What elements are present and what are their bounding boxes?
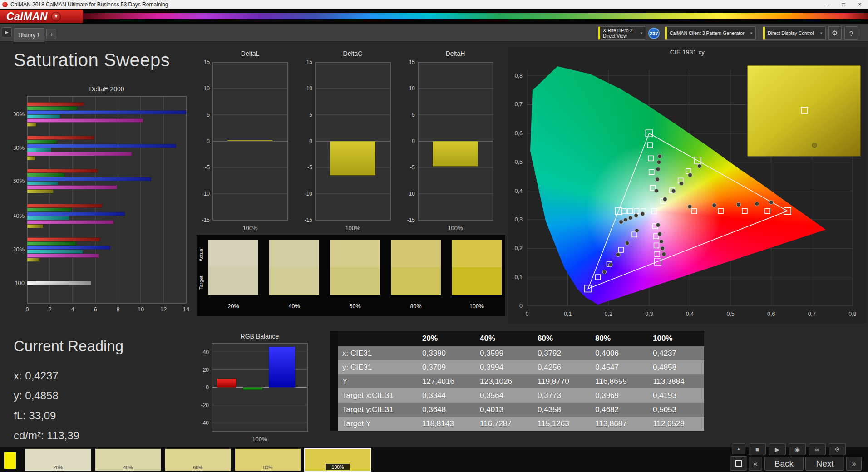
svg-text:100%: 100% <box>448 225 463 231</box>
table-cell: 0,3994 <box>473 360 531 374</box>
table-header-cell: 100% <box>646 331 704 346</box>
stop-button[interactable]: ■ <box>749 443 766 455</box>
deltae2000-chart: DeltaE 200002468101214100%80%60%40%20%10… <box>14 84 191 320</box>
add-tab-button[interactable]: + <box>46 29 56 39</box>
patch-button-40%[interactable]: 40% <box>95 448 161 471</box>
help-icon: ? <box>849 30 853 37</box>
cie-points-overlay <box>508 47 866 324</box>
swatch-column-label: 80% <box>391 303 441 310</box>
next-arrow-button[interactable]: » <box>846 457 862 471</box>
svg-text:10: 10 <box>138 306 144 313</box>
logo-menu-caret-icon[interactable]: ▼ <box>51 12 61 21</box>
svg-text:0: 0 <box>309 138 312 144</box>
gear-icon: ⚙ <box>832 29 838 37</box>
svg-text:100%: 100% <box>345 225 360 231</box>
back-arrow-button[interactable]: « <box>749 457 762 471</box>
meter-name: X-Rite i1Pro 2 <box>603 28 632 33</box>
pattern-generator-dropdown[interactable]: CalMAN Client 3 Pattern Generator ▼ <box>665 26 756 40</box>
table-cell: 112,6529 <box>646 417 704 431</box>
swatch-column-label: 20% <box>208 303 258 310</box>
cie-panel: CIE 1931 xy000,10,10,20,20,30,30,40,40,5… <box>508 47 866 324</box>
table-cell: 0,3709 <box>416 360 473 374</box>
swatch-column-60%: 60% <box>330 240 380 310</box>
current-patch <box>4 452 16 469</box>
title-bar: CalMAN 2018 CalMAN Ultimate for Business… <box>0 0 868 9</box>
patch-button-80%[interactable]: 80% <box>235 448 301 471</box>
svg-text:DeltaL: DeltaL <box>241 50 260 57</box>
back-button[interactable]: Back <box>764 457 804 471</box>
frame-icon <box>735 460 742 467</box>
svg-text:DeltaH: DeltaH <box>446 50 465 57</box>
svg-text:-40: -40 <box>201 420 209 426</box>
tab-bar: ▶ History 1 + X-Rite i1Pro 2 Direct View… <box>0 24 868 42</box>
reading-fl: fL: 33,09 <box>14 406 79 426</box>
table-cell: 0,4237 <box>646 346 704 360</box>
svg-text:100%: 100% <box>242 225 258 231</box>
table-cell: 0,4858 <box>646 360 704 374</box>
current-reading: x: 0,4237 y: 0,4858 fL: 33,09 cd/m²: 113… <box>14 366 79 446</box>
next-button[interactable]: Next <box>805 457 844 471</box>
svg-text:15: 15 <box>204 59 210 65</box>
patch-button-60%[interactable]: 60% <box>165 448 231 471</box>
table-cell: 0,3344 <box>416 388 473 403</box>
svg-text:100: 100 <box>15 280 25 286</box>
play-button[interactable]: ▶ <box>769 443 786 455</box>
svg-text:0: 0 <box>412 138 415 144</box>
table-cell: 0,4013 <box>473 403 531 417</box>
deltac-chart: DeltaC151050-5-10-15100% <box>295 49 399 244</box>
svg-text:5: 5 <box>412 112 415 118</box>
svg-text:8: 8 <box>116 306 119 313</box>
table-cell: 116,8655 <box>589 374 646 388</box>
svg-text:-15: -15 <box>305 217 313 223</box>
svg-text:-5: -5 <box>205 164 210 171</box>
pattern-window-button[interactable] <box>730 456 747 471</box>
svg-text:20%: 20% <box>14 246 25 253</box>
current-reading-title: Current Reading <box>14 338 123 355</box>
deltah-chart: DeltaH151050-5-10-15100% <box>398 49 502 244</box>
close-button[interactable]: × <box>852 0 868 9</box>
meter-count-badge[interactable]: 237 <box>648 28 660 39</box>
svg-text:100%: 100% <box>14 111 25 118</box>
table-cell: 0,3564 <box>473 388 531 403</box>
table-cell: 0,4682 <box>589 403 646 417</box>
svg-text:-20: -20 <box>201 402 209 408</box>
table-header-cell: 20% <box>416 331 473 346</box>
patch-button-20%[interactable]: 20% <box>25 448 91 471</box>
chevron-down-icon: ▼ <box>747 31 755 35</box>
panel-toggle-button[interactable]: ▶ <box>2 27 12 37</box>
target-swatch <box>269 267 319 295</box>
options-button[interactable]: ⚙ <box>829 443 846 455</box>
swatch-column-40%: 40% <box>269 240 319 310</box>
svg-text:20: 20 <box>203 367 209 373</box>
meter-dropdown[interactable]: X-Rite i1Pro 2 Direct View ▼ <box>598 26 646 40</box>
maximize-button[interactable]: □ <box>835 0 852 9</box>
table-cell: 113,8687 <box>589 417 646 431</box>
table-cell: 0,4358 <box>531 403 589 417</box>
double-right-arrow-icon: » <box>852 460 856 468</box>
table-row-label: y: CIE31 <box>330 360 416 374</box>
settings-button[interactable]: ⚙ <box>828 26 842 40</box>
swatch-column-100%: 100% <box>452 240 502 310</box>
svg-text:-10: -10 <box>305 191 313 197</box>
swatch-column-20%: 20% <box>208 240 258 310</box>
patch-button-100%[interactable]: 100% <box>305 448 371 471</box>
table-cell: 119,8770 <box>531 374 589 388</box>
continuous-button[interactable]: ∞ <box>809 443 826 455</box>
svg-text:10: 10 <box>306 85 313 92</box>
minimize-button[interactable]: – <box>819 0 835 9</box>
table-cell: 115,1263 <box>531 417 589 431</box>
tab-history-1[interactable]: History 1 <box>14 28 44 42</box>
reading-cdm2: cd/m²: 113,39 <box>14 426 79 446</box>
display-control-dropdown[interactable]: Direct Display Control ▼ <box>763 26 826 40</box>
calman-logo[interactable]: CalMAN ▼ <box>0 10 83 23</box>
snapshot-button[interactable]: ◉ <box>789 443 806 455</box>
display-control-label: Direct Display Control <box>765 30 816 36</box>
table-cell: 118,8143 <box>416 417 473 431</box>
svg-text:40: 40 <box>203 349 209 355</box>
svg-text:0: 0 <box>206 384 209 391</box>
eject-button[interactable]: ▲ <box>732 443 745 454</box>
svg-text:5: 5 <box>207 112 210 118</box>
help-button[interactable]: ? <box>844 26 858 40</box>
svg-text:10: 10 <box>204 85 210 92</box>
svg-text:DeltaC: DeltaC <box>343 50 363 57</box>
